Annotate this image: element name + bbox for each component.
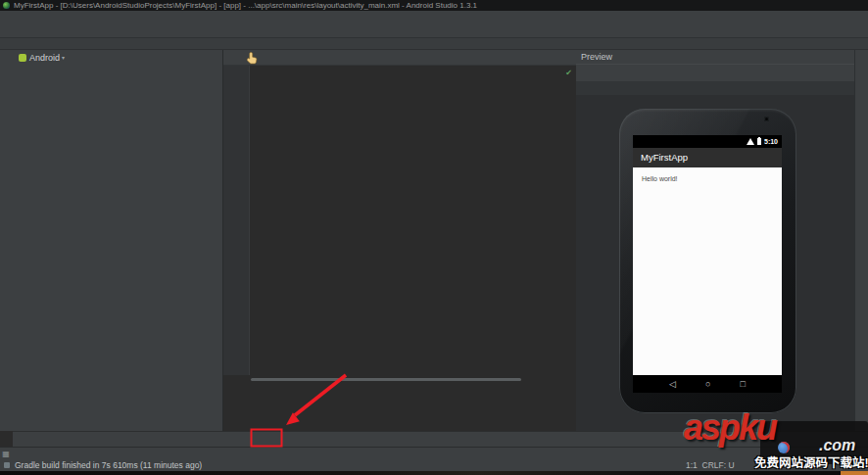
right-tool-stripe bbox=[854, 50, 868, 431]
status-message: Gradle build finished in 7s 610ms (11 mi… bbox=[15, 459, 202, 471]
nav-recents-icon: □ bbox=[741, 379, 746, 389]
menu-bar bbox=[0, 11, 868, 24]
battery-icon bbox=[757, 138, 761, 145]
android-studio-icon bbox=[3, 2, 10, 9]
status-event-icon[interactable] bbox=[4, 462, 10, 468]
tool-window-toggle-icon[interactable]: ▦ bbox=[0, 450, 12, 458]
breadcrumb bbox=[0, 38, 868, 50]
hello-world-text: Hello world! bbox=[642, 175, 678, 182]
app-content: Hello world! bbox=[633, 167, 782, 375]
tool-window-bar: ▦ bbox=[0, 447, 868, 460]
preview-header: Preview bbox=[576, 50, 854, 64]
project-view-selector[interactable]: Android bbox=[29, 53, 60, 63]
android-view-icon bbox=[19, 54, 26, 62]
code-editor[interactable]: ✔ bbox=[223, 66, 576, 375]
app-action-bar: MyFirstApp bbox=[633, 148, 782, 167]
android-studio-window: MyFirstApp - [D:\Users\AndroidStudioProj… bbox=[0, 0, 868, 475]
preview-title: Preview bbox=[581, 52, 612, 62]
project-tree bbox=[13, 66, 222, 431]
watermark-strip bbox=[0, 471, 868, 475]
window-title: MyFirstApp - [D:\Users\AndroidStudioProj… bbox=[14, 0, 477, 11]
project-panel-header: Android ▾ bbox=[13, 50, 222, 65]
title-bar: MyFirstApp - [D:\Users\AndroidStudioProj… bbox=[0, 0, 868, 11]
device-nav-bar: ◁ ○ □ bbox=[633, 375, 782, 393]
preview-config-toolbar bbox=[576, 64, 854, 81]
project-panel: Android ▾ bbox=[13, 50, 223, 431]
editor-tab-bar bbox=[223, 50, 576, 66]
device-clock: 5:10 bbox=[764, 138, 778, 145]
device-screen: 5:10 MyFirstApp Hello world! ◁ ○ □ bbox=[633, 135, 782, 393]
chevron-down-icon: ▾ bbox=[62, 54, 65, 61]
main-toolbar bbox=[0, 24, 868, 38]
status-bar: Gradle build finished in 7s 610ms (11 mi… bbox=[0, 459, 868, 471]
camera-dot bbox=[764, 117, 769, 121]
wifi-icon bbox=[747, 138, 754, 145]
nav-home-icon: ○ bbox=[705, 379, 710, 389]
left-tool-stripe bbox=[0, 50, 14, 431]
editor-mode-tab-bar bbox=[13, 431, 868, 447]
device-status-bar: 5:10 bbox=[633, 135, 782, 148]
preview-zoom-toolbar bbox=[576, 81, 854, 95]
horizontal-scrollbar[interactable] bbox=[249, 377, 574, 382]
nav-back-icon: ◁ bbox=[669, 379, 676, 389]
editor-gutter bbox=[223, 66, 250, 375]
inspection-status-icon: ✔ bbox=[565, 69, 572, 77]
editor: ✔ bbox=[223, 50, 576, 431]
caret-position-and-encoding[interactable]: 1:1 CRLF: U bbox=[686, 459, 735, 471]
